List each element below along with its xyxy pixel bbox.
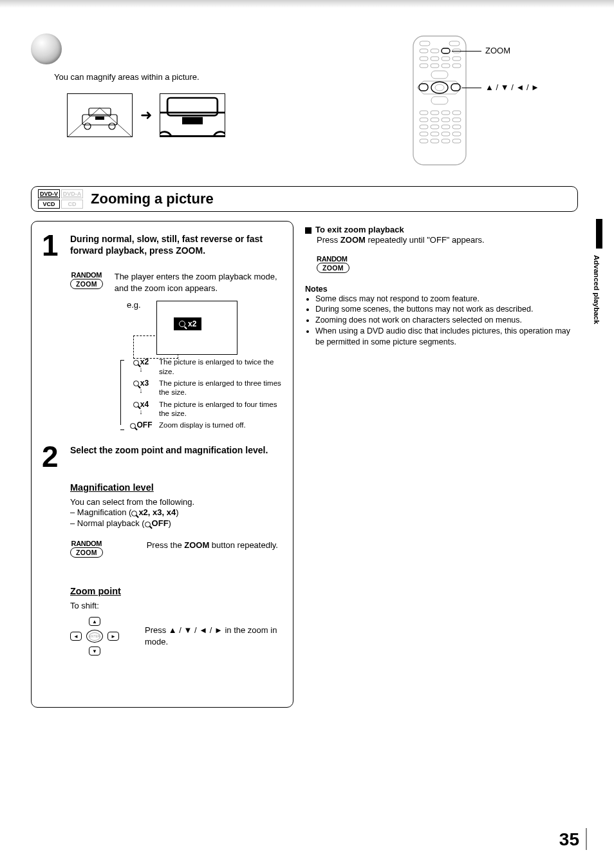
mag-intro: You can select from the following. <box>70 496 283 508</box>
section-title: Zooming a picture <box>91 191 214 207</box>
svg-rect-36 <box>452 111 461 115</box>
svg-rect-42 <box>431 125 439 129</box>
sphere-decoration <box>31 33 62 64</box>
zoom-button-block-2: RANDOM ZOOM <box>70 540 103 558</box>
svg-rect-48 <box>452 132 461 136</box>
svg-point-30 <box>435 84 444 91</box>
svg-rect-40 <box>452 118 461 122</box>
zoom-button-block-3: RANDOM ZOOM <box>317 255 578 273</box>
svg-rect-21 <box>442 57 450 61</box>
badge-dvdv: DVD-V <box>38 189 60 198</box>
svg-rect-28 <box>419 84 428 91</box>
svg-rect-31 <box>451 84 460 91</box>
car-zoom-diagram: ➜ <box>67 93 385 137</box>
step1-title: During normal, slow, still, fast reverse… <box>70 233 283 258</box>
svg-rect-50 <box>431 139 439 143</box>
side-tab: Advanced playback <box>583 219 602 354</box>
svg-rect-25 <box>442 64 450 68</box>
svg-rect-32 <box>431 97 448 104</box>
mag-opt2: – Normal playback (OFF) <box>70 518 283 528</box>
svg-rect-26 <box>452 64 461 68</box>
svg-rect-37 <box>420 118 428 122</box>
step2-title: Select the zoom point and magnification … <box>70 444 268 469</box>
svg-rect-39 <box>442 118 450 122</box>
svg-rect-43 <box>442 125 450 129</box>
press-zoom-text: Press the ZOOM button repeatedly. <box>147 540 283 551</box>
mag-level-heading: Magnification level <box>70 482 283 493</box>
svg-rect-22 <box>452 57 461 61</box>
svg-rect-16 <box>431 49 439 53</box>
svg-rect-13 <box>420 41 430 46</box>
svg-rect-34 <box>431 111 439 115</box>
section-header: DVD-V DVD-A VCD CD Zooming a picture <box>31 186 578 212</box>
svg-rect-45 <box>420 132 428 136</box>
steps-panel: 1 During normal, slow, still, fast rever… <box>31 221 293 708</box>
svg-point-4 <box>84 123 91 129</box>
zoom-tag-x2: x2 <box>174 317 201 330</box>
svg-rect-15 <box>420 49 428 53</box>
zoom-button: ZOOM <box>70 547 103 558</box>
svg-rect-14 <box>449 41 460 46</box>
svg-rect-49 <box>420 139 428 143</box>
step1-body: The player enters the zoom playback mode… <box>115 271 283 294</box>
zoom-point-heading: Zoom point <box>70 586 283 596</box>
svg-rect-44 <box>452 125 461 129</box>
svg-rect-33 <box>420 111 428 115</box>
notes-heading: Notes <box>305 285 578 294</box>
svg-rect-27 <box>431 71 448 79</box>
magnifier-icon <box>179 321 185 327</box>
svg-point-29 <box>431 82 448 93</box>
svg-rect-52 <box>452 139 461 143</box>
badge-dvda: DVD-A <box>61 189 83 198</box>
page-number-bar <box>586 828 588 850</box>
step1-number: 1 <box>42 233 70 258</box>
to-shift: To shift: <box>70 600 283 612</box>
dpad-diagram: ▲ ▼ ◄ ► ENTER <box>70 617 119 656</box>
arrow-icon: ➜ <box>140 107 152 124</box>
svg-rect-35 <box>442 111 450 115</box>
mag-opt1: – Magnification (x2, x3, x4) <box>70 507 283 517</box>
badge-cd: CD <box>61 200 83 209</box>
step2-number: 2 <box>42 444 70 469</box>
zoom-button: ZOOM <box>317 263 349 273</box>
svg-rect-23 <box>420 64 428 68</box>
zoom-button: ZOOM <box>70 279 103 289</box>
intro-text: You can magnify areas within a picture. <box>54 72 385 82</box>
page-number: 35 <box>559 829 579 850</box>
svg-rect-11 <box>182 117 203 124</box>
remote-arrows-label: ▲ / ▼ / ◄ / ► <box>485 82 539 92</box>
svg-rect-17 <box>442 48 450 53</box>
notes-list: Some discs may not respond to zoom featu… <box>305 294 578 348</box>
zoom-levels-list: x2↓The picture is enlarged to twice the … <box>120 357 283 430</box>
svg-point-5 <box>109 123 115 129</box>
svg-rect-20 <box>431 57 439 61</box>
svg-rect-19 <box>420 57 428 61</box>
exit-zoom-heading: To exit zoom playback <box>305 225 578 234</box>
svg-rect-24 <box>431 64 439 68</box>
badge-vcd: VCD <box>38 200 60 209</box>
exit-zoom-body: Press ZOOM repeatedly until "OFF" appear… <box>317 234 578 246</box>
svg-rect-41 <box>420 125 428 129</box>
svg-rect-38 <box>431 118 439 122</box>
svg-rect-51 <box>442 139 450 143</box>
svg-rect-6 <box>95 117 104 120</box>
remote-illustration: ZOOM ▲ / ▼ / ◄ / ► <box>411 33 572 171</box>
zoom-button-block: RANDOM ZOOM <box>70 271 103 289</box>
svg-rect-46 <box>431 132 439 136</box>
svg-rect-12 <box>413 36 466 165</box>
svg-rect-47 <box>442 132 450 136</box>
eg-diagram: x2 <box>147 314 283 352</box>
press-dir-text: Press ▲ / ▼ / ◄ / ► in the zoom in mode. <box>145 625 283 647</box>
remote-zoom-label: ZOOM <box>485 46 510 55</box>
